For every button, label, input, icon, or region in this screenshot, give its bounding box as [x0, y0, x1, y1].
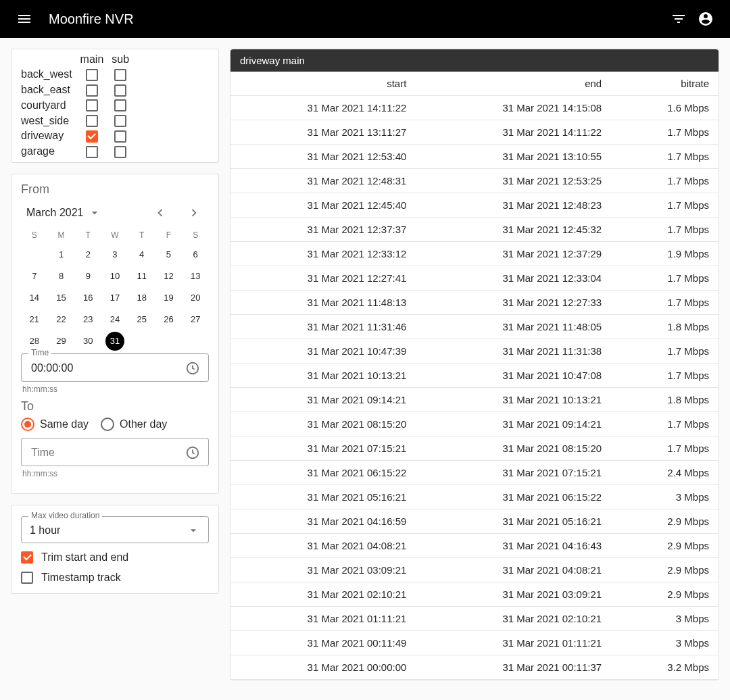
- recording-row[interactable]: 31 Mar 2021 02:10:2131 Mar 2021 03:09:21…: [230, 582, 719, 607]
- max-duration-select[interactable]: Max video duration 1 hour: [21, 516, 209, 543]
- recording-row[interactable]: 31 Mar 2021 12:53:4031 Mar 2021 13:10:55…: [230, 145, 719, 169]
- calendar-day[interactable]: 22: [48, 309, 75, 330]
- timestamp-checkbox-row[interactable]: Timestamp track: [21, 572, 209, 584]
- recording-bitrate: 1.7 Mbps: [611, 120, 719, 145]
- calendar-day[interactable]: 31: [101, 330, 128, 352]
- filter-button[interactable]: [665, 5, 692, 32]
- recording-row[interactable]: 31 Mar 2021 04:16:5931 Mar 2021 05:16:21…: [230, 509, 719, 534]
- recording-start: 31 Mar 2021 08:15:20: [230, 412, 416, 436]
- calendar-day[interactable]: 29: [48, 330, 75, 352]
- recording-row[interactable]: 31 Mar 2021 08:15:2031 Mar 2021 09:14:21…: [230, 412, 719, 436]
- trim-checkbox-row[interactable]: Trim start and end: [21, 551, 209, 564]
- recording-row[interactable]: 31 Mar 2021 13:11:2731 Mar 2021 14:11:22…: [230, 120, 719, 145]
- calendar-dow: M: [48, 226, 75, 244]
- recording-row[interactable]: 31 Mar 2021 12:37:3731 Mar 2021 12:45:32…: [230, 218, 719, 242]
- calendar-day[interactable]: 20: [182, 287, 209, 309]
- camera-main-checkbox[interactable]: [86, 69, 98, 81]
- recording-row[interactable]: 31 Mar 2021 12:48:3131 Mar 2021 12:53:25…: [230, 169, 719, 193]
- calendar-day[interactable]: 7: [21, 266, 48, 287]
- recording-row[interactable]: 31 Mar 2021 09:14:2131 Mar 2021 10:13:21…: [230, 388, 719, 412]
- calendar-day[interactable]: 4: [128, 244, 155, 266]
- calendar-day[interactable]: 2: [74, 244, 101, 266]
- camera-main-checkbox[interactable]: [86, 130, 98, 143]
- camera-header-sub: sub: [107, 52, 133, 67]
- camera-sub-checkbox[interactable]: [114, 69, 126, 81]
- calendar-day[interactable]: 16: [74, 287, 101, 309]
- calendar-day[interactable]: 11: [128, 266, 155, 287]
- recordings-title: driveway main: [230, 49, 719, 72]
- recording-row[interactable]: 31 Mar 2021 10:47:3931 Mar 2021 11:31:38…: [230, 339, 719, 364]
- calendar-day[interactable]: 5: [155, 244, 182, 266]
- recording-end: 31 Mar 2021 12:33:04: [416, 266, 611, 291]
- calendar-day[interactable]: 21: [21, 309, 48, 330]
- camera-main-checkbox[interactable]: [86, 115, 98, 127]
- from-time-input[interactable]: [30, 361, 185, 375]
- camera-main-checkbox[interactable]: [86, 84, 98, 97]
- calendar-day[interactable]: 27: [182, 309, 209, 330]
- camera-sub-checkbox[interactable]: [114, 84, 126, 97]
- recording-end: 31 Mar 2021 14:11:22: [416, 120, 611, 145]
- recording-row[interactable]: 31 Mar 2021 05:16:2131 Mar 2021 06:15:22…: [230, 485, 719, 509]
- date-range-card: From March 2021: [11, 174, 219, 494]
- calendar-day[interactable]: 17: [101, 287, 128, 309]
- from-time-field[interactable]: Time: [21, 353, 209, 382]
- calendar-day[interactable]: 23: [74, 309, 101, 330]
- calendar-day[interactable]: 1: [48, 244, 75, 266]
- calendar-day[interactable]: 13: [182, 266, 209, 287]
- recording-row[interactable]: 31 Mar 2021 11:48:1331 Mar 2021 12:27:33…: [230, 291, 719, 315]
- recording-row[interactable]: 31 Mar 2021 00:11:4931 Mar 2021 01:11:21…: [230, 631, 719, 655]
- recording-bitrate: 1.6 Mbps: [611, 96, 719, 120]
- recording-row[interactable]: 31 Mar 2021 01:11:2131 Mar 2021 02:10:21…: [230, 607, 719, 631]
- calendar-day[interactable]: 30: [74, 330, 101, 352]
- recording-row[interactable]: 31 Mar 2021 00:00:0031 Mar 2021 00:11:37…: [230, 655, 719, 680]
- calendar-day[interactable]: 15: [48, 287, 75, 309]
- recording-row[interactable]: 31 Mar 2021 10:13:2131 Mar 2021 10:47:08…: [230, 364, 719, 388]
- calendar-day[interactable]: 6: [182, 244, 209, 266]
- calendar-day[interactable]: 26: [155, 309, 182, 330]
- calendar-day[interactable]: 9: [74, 266, 101, 287]
- calendar-prev-button[interactable]: [151, 203, 170, 222]
- camera-row: courtyard: [17, 98, 133, 114]
- camera-main-checkbox[interactable]: [86, 146, 98, 158]
- recording-row[interactable]: 31 Mar 2021 06:15:2231 Mar 2021 07:15:21…: [230, 461, 719, 485]
- recording-row[interactable]: 31 Mar 2021 12:33:1231 Mar 2021 12:37:29…: [230, 242, 719, 266]
- calendar-day[interactable]: 8: [48, 266, 75, 287]
- camera-sub-checkbox[interactable]: [114, 115, 126, 127]
- calendar-day[interactable]: 19: [155, 287, 182, 309]
- trim-checkbox[interactable]: [21, 551, 33, 564]
- calendar-day[interactable]: 25: [128, 309, 155, 330]
- recording-row[interactable]: 31 Mar 2021 07:15:2131 Mar 2021 08:15:20…: [230, 436, 719, 461]
- calendar-day[interactable]: 24: [101, 309, 128, 330]
- to-time-field[interactable]: [21, 438, 209, 466]
- recording-row[interactable]: 31 Mar 2021 12:27:4131 Mar 2021 12:33:04…: [230, 266, 719, 291]
- recordings-table: start end bitrate 31 Mar 2021 14:11:2231…: [230, 72, 719, 680]
- recording-row[interactable]: 31 Mar 2021 04:08:2131 Mar 2021 04:16:43…: [230, 534, 719, 558]
- camera-row: garage: [17, 144, 133, 159]
- recording-bitrate: 3.2 Mbps: [611, 655, 719, 680]
- to-time-input[interactable]: [30, 446, 185, 459]
- to-same-day-radio[interactable]: Same day: [21, 418, 89, 431]
- to-other-day-radio[interactable]: Other day: [101, 418, 167, 431]
- calendar-day[interactable]: 3: [101, 244, 128, 266]
- calendar-month-label: March 2021: [26, 207, 84, 219]
- recording-row[interactable]: 31 Mar 2021 14:11:2231 Mar 2021 14:15:08…: [230, 96, 719, 120]
- calendar-day[interactable]: 18: [128, 287, 155, 309]
- account-button[interactable]: [692, 5, 719, 32]
- recording-start: 31 Mar 2021 11:31:46: [230, 315, 416, 339]
- camera-name: courtyard: [17, 98, 76, 114]
- camera-sub-checkbox[interactable]: [114, 146, 126, 158]
- timestamp-checkbox[interactable]: [21, 572, 33, 584]
- calendar-day[interactable]: 12: [155, 266, 182, 287]
- recording-row[interactable]: 31 Mar 2021 12:45:4031 Mar 2021 12:48:23…: [230, 193, 719, 218]
- calendar-month-picker[interactable]: March 2021: [26, 206, 101, 220]
- recording-row[interactable]: 31 Mar 2021 11:31:4631 Mar 2021 11:48:05…: [230, 315, 719, 339]
- calendar-day[interactable]: 10: [101, 266, 128, 287]
- camera-sub-checkbox[interactable]: [114, 130, 126, 143]
- recording-bitrate: 2.4 Mbps: [611, 461, 719, 485]
- camera-sub-checkbox[interactable]: [114, 99, 126, 111]
- recording-row[interactable]: 31 Mar 2021 03:09:2131 Mar 2021 04:08:21…: [230, 558, 719, 582]
- menu-button[interactable]: [11, 5, 38, 32]
- calendar-day[interactable]: 14: [21, 287, 48, 309]
- calendar-next-button[interactable]: [185, 203, 203, 222]
- camera-main-checkbox[interactable]: [86, 99, 98, 111]
